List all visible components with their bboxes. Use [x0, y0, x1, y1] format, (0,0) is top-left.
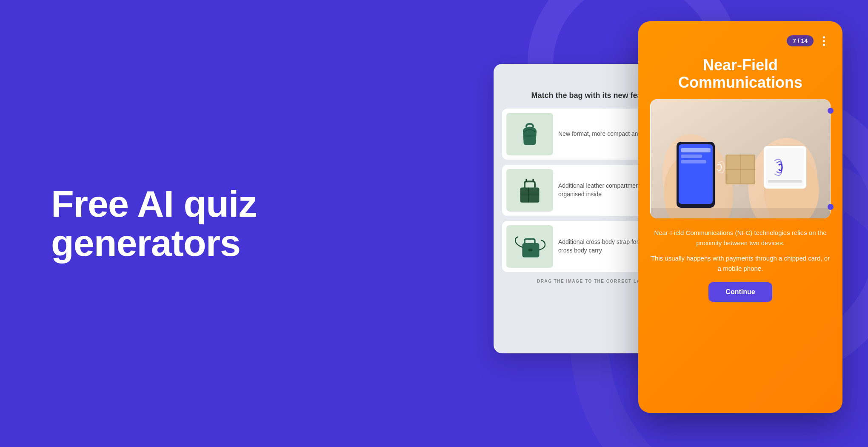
svg-rect-15	[681, 155, 702, 158]
continue-button[interactable]: Continue	[708, 282, 772, 302]
nfc-image-container	[650, 99, 831, 218]
page-badge-front: 7 / 14	[787, 35, 814, 46]
bag-image-2	[506, 169, 553, 212]
slider-dot-top[interactable]	[828, 108, 834, 114]
svg-rect-13	[679, 144, 713, 204]
menu-dot-1	[823, 36, 825, 38]
svg-rect-22	[651, 208, 830, 218]
menu-dot-2	[823, 40, 825, 42]
card-front-title: Near-Field Communications	[650, 56, 831, 92]
page-title: Free AI quiz generators	[51, 184, 306, 263]
card-description: Near-Field Communications (NFC) technolo…	[650, 228, 831, 274]
nfc-quiz-card: 7 / 14 Near-Field Communications	[638, 21, 842, 413]
bag-image-1	[506, 113, 553, 155]
menu-dots-front[interactable]	[817, 34, 831, 48]
svg-rect-21	[768, 180, 802, 183]
left-section: Free AI quiz generators	[51, 184, 306, 263]
svg-rect-16	[681, 160, 706, 163]
slider-dot-bottom[interactable]	[828, 204, 834, 210]
svg-rect-14	[681, 148, 711, 152]
nfc-scene-svg	[650, 99, 831, 218]
svg-rect-7	[528, 249, 533, 251]
card-front-header: 7 / 14	[650, 34, 831, 48]
right-section: 3 / 14 Match the bag with its new featur…	[494, 21, 842, 426]
svg-rect-3	[528, 188, 529, 203]
svg-rect-1	[520, 188, 540, 203]
bag-image-3	[506, 225, 553, 268]
nfc-image-wrapper	[650, 99, 831, 218]
svg-rect-2	[520, 194, 540, 195]
slider-control[interactable]	[826, 99, 835, 218]
svg-point-0	[524, 135, 536, 137]
menu-dot-3	[823, 44, 825, 46]
